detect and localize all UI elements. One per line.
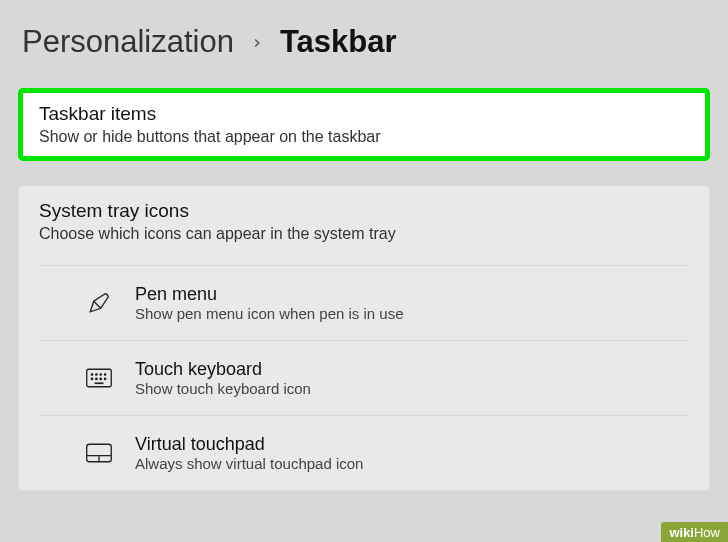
item-virtual-touchpad[interactable]: Virtual touchpad Always show virtual tou… (39, 415, 689, 490)
svg-point-8 (100, 378, 101, 379)
section-subtitle: Choose which icons can appear in the sys… (39, 225, 689, 243)
item-touch-keyboard[interactable]: Touch keyboard Show touch keyboard icon (39, 340, 689, 415)
system-tray-items: Pen menu Show pen menu icon when pen is … (39, 265, 689, 490)
item-title: Virtual touchpad (135, 434, 363, 455)
item-title: Pen menu (135, 284, 404, 305)
section-subtitle: Show or hide buttons that appear on the … (39, 128, 689, 146)
item-subtitle: Always show virtual touchpad icon (135, 455, 363, 472)
svg-point-5 (104, 374, 105, 375)
svg-point-3 (96, 374, 97, 375)
section-taskbar-items[interactable]: Taskbar items Show or hide buttons that … (18, 88, 710, 161)
svg-point-2 (91, 374, 92, 375)
item-subtitle: Show touch keyboard icon (135, 380, 311, 397)
item-text: Pen menu Show pen menu icon when pen is … (135, 284, 404, 322)
watermark-suffix: How (694, 525, 720, 540)
watermark-wikihow: wikiHow (661, 522, 728, 542)
item-pen-menu[interactable]: Pen menu Show pen menu icon when pen is … (39, 265, 689, 340)
svg-point-6 (91, 378, 92, 379)
item-text: Virtual touchpad Always show virtual tou… (135, 434, 363, 472)
breadcrumb-parent[interactable]: Personalization (22, 24, 234, 60)
keyboard-icon (85, 364, 113, 392)
watermark-brand: wiki (669, 525, 694, 540)
item-subtitle: Show pen menu icon when pen is in use (135, 305, 404, 322)
item-title: Touch keyboard (135, 359, 311, 380)
svg-line-0 (94, 301, 101, 308)
section-system-tray[interactable]: System tray icons Choose which icons can… (18, 185, 710, 491)
breadcrumb-current: Taskbar (280, 24, 397, 60)
chevron-right-icon (250, 28, 264, 56)
touchpad-icon (85, 439, 113, 467)
section-title: System tray icons (39, 200, 689, 222)
breadcrumb: Personalization Taskbar (0, 0, 728, 88)
item-text: Touch keyboard Show touch keyboard icon (135, 359, 311, 397)
pen-icon (85, 289, 113, 317)
svg-point-4 (100, 374, 101, 375)
section-title: Taskbar items (39, 103, 689, 125)
svg-point-9 (104, 378, 105, 379)
svg-point-7 (96, 378, 97, 379)
